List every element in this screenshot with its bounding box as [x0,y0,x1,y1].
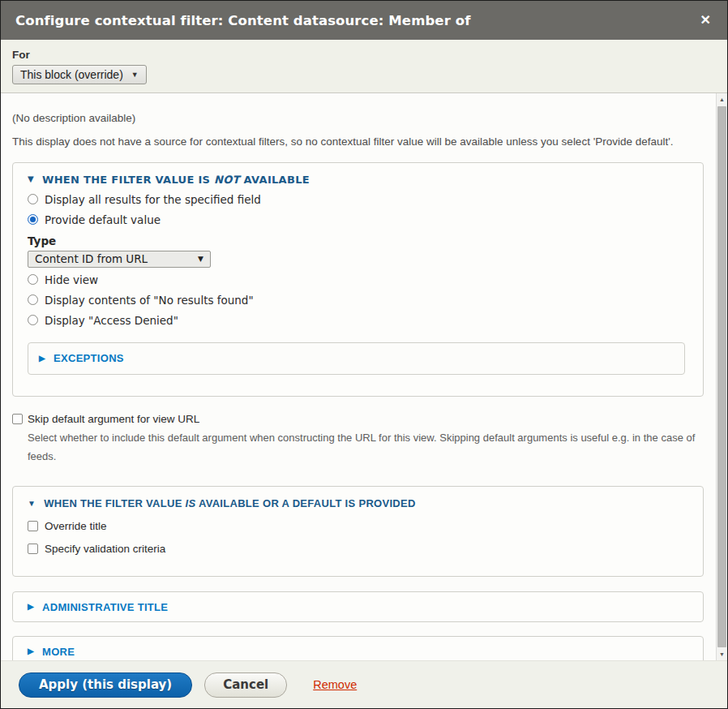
scroll-down-icon[interactable]: ▼ [717,648,727,660]
checkbox-label: Specify validation criteria [45,543,165,555]
scrollbar-thumb[interactable] [717,106,726,647]
type-select-value: Content ID from URL [35,252,148,265]
checkbox-specify-validation[interactable]: Specify validation criteria [28,543,693,555]
for-select[interactable]: This block (override) ▼ [12,65,147,84]
no-description-text: (No description available) [12,110,704,127]
cancel-button[interactable]: Cancel [204,672,287,698]
legend-text: ADMINISTRATIVE TITLE [42,601,168,613]
radio-icon[interactable] [28,194,38,204]
fieldset-filter-value-available: ▼ WHEN THE FILTER VALUE IS AVAILABLE OR … [12,486,704,577]
radio-selected-icon[interactable] [28,214,38,225]
radio-label: Provide default value [45,213,161,226]
chevron-down-icon: ▼ [198,255,203,263]
skip-default-description: Select whether to include this default a… [28,429,700,466]
type-select[interactable]: Content ID from URL ▼ [28,251,211,268]
chevron-right-icon: ▶ [39,354,45,363]
display-note-text: This display does not have a source for … [12,134,704,151]
fieldset-administrative-title: ▶ ADMINISTRATIVE TITLE [12,591,704,622]
fieldset-exceptions-toggle[interactable]: ▶ EXCEPTIONS [39,352,124,364]
checkbox-label: Skip default argument for view URL [28,413,199,425]
fieldset-more: ▶ MORE [12,636,704,660]
checkbox-icon[interactable] [28,521,38,531]
dialog-body: (No description available) This display … [1,93,727,660]
legend-text: EXCEPTIONS [54,352,124,364]
checkbox-icon[interactable] [28,544,38,554]
type-label: Type [28,234,693,247]
radio-hide-view[interactable]: Hide view [28,273,693,286]
vertical-scrollbar[interactable]: ▲ ▼ [716,93,727,660]
configure-contextual-filter-dialog: Configure contextual filter: Content dat… [0,0,728,709]
close-icon[interactable]: ✕ [700,14,711,27]
radio-no-results-found[interactable]: Display contents of "No results found" [28,294,693,307]
for-select-value: This block (override) [20,68,123,81]
dialog-titlebar: Configure contextual filter: Content dat… [1,1,727,40]
radio-label: Display all results for the specified fi… [45,193,261,206]
radio-display-all-results[interactable]: Display all results for the specified fi… [28,193,693,206]
fieldset-exceptions: ▶ EXCEPTIONS [28,342,685,375]
remove-link[interactable]: Remove [313,678,357,691]
legend-text: WHEN THE FILTER VALUE IS AVAILABLE OR A … [44,497,416,509]
radio-icon[interactable] [28,294,38,305]
radio-provide-default-value[interactable]: Provide default value [28,213,693,226]
chevron-right-icon: ▶ [28,603,34,611]
dialog-footer: Apply (this display) Cancel Remove [1,660,727,708]
dialog-title: Configure contextual filter: Content dat… [15,13,700,28]
scroll-up-icon[interactable]: ▲ [717,93,727,105]
radio-access-denied[interactable]: Display "Access Denied" [28,314,693,327]
fieldset-available-toggle[interactable]: ▼ WHEN THE FILTER VALUE IS AVAILABLE OR … [28,497,693,509]
checkbox-skip-default-argument[interactable]: Skip default argument for view URL [12,413,704,425]
checkbox-icon[interactable] [12,414,23,424]
chevron-right-icon: ▶ [28,647,34,655]
fieldset-filter-value-not-available: ▼ WHEN THE FILTER VALUE IS NOT AVAILABLE… [12,162,704,397]
checkbox-label: Override title [45,520,107,532]
radio-label: Display "Access Denied" [45,314,178,327]
radio-label: Hide view [45,273,98,286]
apply-button[interactable]: Apply (this display) [19,672,192,698]
radio-icon[interactable] [28,274,38,285]
for-label: For [12,49,716,61]
for-section: For This block (override) ▼ [1,40,727,93]
checkbox-override-title[interactable]: Override title [28,520,693,532]
fieldset-more-toggle[interactable]: ▶ MORE [28,646,75,658]
chevron-down-icon: ▼ [28,175,34,183]
fieldset-administrative-title-toggle[interactable]: ▶ ADMINISTRATIVE TITLE [28,601,168,613]
radio-icon[interactable] [28,315,38,325]
fieldset-not-available-toggle[interactable]: ▼ WHEN THE FILTER VALUE IS NOT AVAILABLE [28,174,693,186]
chevron-down-icon: ▼ [131,71,139,79]
chevron-down-icon: ▼ [28,500,36,508]
legend-text: WHEN THE FILTER VALUE IS NOT AVAILABLE [42,174,310,186]
radio-label: Display contents of "No results found" [45,294,254,307]
legend-text: MORE [42,646,75,658]
